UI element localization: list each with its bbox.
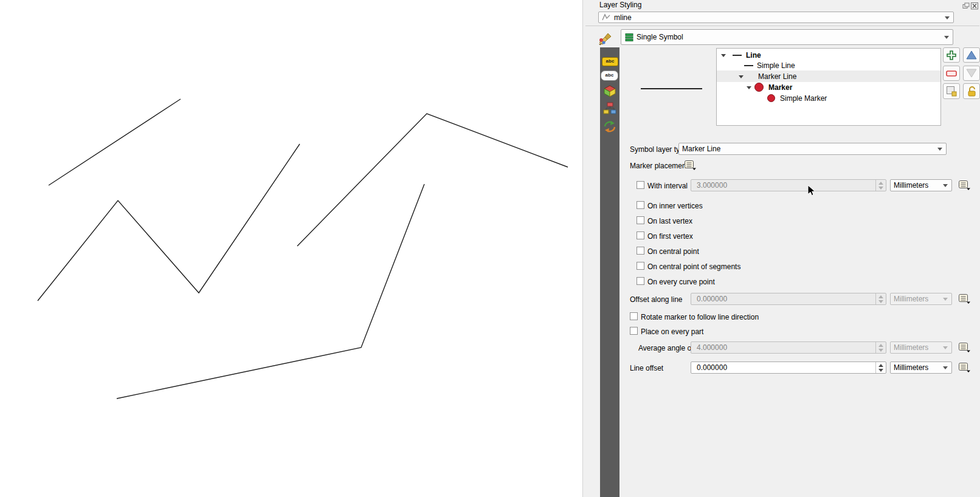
- lock-open-icon: [967, 86, 977, 97]
- map-line-feature: [117, 184, 424, 399]
- with-interval-checkbox[interactable]: [637, 181, 644, 189]
- interval-data-defined-icon[interactable]: [956, 180, 972, 191]
- offset-along-line-input[interactable]: 0.000000: [691, 293, 886, 305]
- rotate-marker-label: Rotate marker to follow line direction: [641, 313, 759, 321]
- on-inner-vertices-checkbox[interactable]: [637, 201, 644, 209]
- average-angle-data-defined-icon[interactable]: [956, 342, 972, 353]
- panel-title: Layer Styling: [599, 1, 641, 9]
- single-symbol-icon: [625, 33, 633, 41]
- on-inner-vertices-label: On inner vertices: [647, 202, 703, 210]
- chevron-down-icon: [943, 366, 948, 369]
- expander-icon[interactable]: [739, 75, 744, 78]
- mouse-cursor: [807, 185, 816, 199]
- marker-symbol-icon: [754, 83, 764, 92]
- minus-icon: [946, 70, 957, 77]
- plus-icon: [946, 50, 957, 61]
- undock-button[interactable]: [962, 1, 970, 9]
- renderer-name: Single Symbol: [633, 33, 683, 41]
- move-down-button[interactable]: [963, 66, 980, 81]
- symbol-preview: [641, 88, 702, 89]
- on-first-vertex-label: On first vertex: [647, 232, 693, 241]
- tree-row-line[interactable]: Line: [717, 50, 940, 61]
- labels-icon[interactable]: abc: [602, 54, 618, 66]
- spinner-buttons[interactable]: [875, 362, 886, 373]
- on-every-curve-point-checkbox[interactable]: [637, 277, 644, 285]
- chevron-down-icon: [944, 36, 949, 39]
- on-central-point-of-segments-label: On central point of segments: [647, 262, 740, 271]
- triangle-down-icon: [966, 69, 977, 78]
- expander-icon[interactable]: [721, 54, 726, 57]
- on-every-curve-point-label: On every curve point: [647, 278, 715, 286]
- spinner-buttons[interactable]: [875, 293, 886, 304]
- expander-icon[interactable]: [747, 86, 751, 89]
- chevron-down-icon: [943, 298, 948, 301]
- average-angle-over-input[interactable]: 4.000000: [691, 341, 886, 354]
- symbol-layer-tree: Line Simple Line Marker Line Marker Simp…: [716, 48, 941, 126]
- with-interval-label: With interval: [647, 182, 688, 190]
- remove-symbol-layer-button[interactable]: [943, 66, 960, 81]
- map-lines-svg: [0, 0, 582, 497]
- chevron-down-icon: [943, 346, 948, 349]
- tree-row-marker[interactable]: Marker: [717, 82, 940, 93]
- callouts-icon[interactable]: abc: [601, 68, 618, 81]
- layer-styling-panel: Layer Styling mline: [582, 0, 980, 497]
- tree-row-simple-line[interactable]: Simple Line: [717, 60, 940, 71]
- history-icon[interactable]: [603, 120, 616, 135]
- layer-selector[interactable]: mline: [598, 12, 954, 23]
- map-line-feature: [38, 144, 300, 301]
- qgis-window: { "window": { "title": "Layer Styling" }…: [0, 0, 980, 497]
- place-on-every-part-label: Place on every part: [641, 327, 703, 336]
- move-up-button[interactable]: [963, 47, 980, 63]
- map-line-feature: [49, 99, 181, 185]
- map-line-feature: [297, 114, 568, 246]
- offset-along-line-unit-select[interactable]: Millimeters: [890, 293, 952, 305]
- on-first-vertex-checkbox[interactable]: [637, 231, 644, 239]
- symbol-layer-type-select[interactable]: Marker Line: [678, 143, 947, 155]
- on-central-point-label: On central point: [647, 247, 699, 256]
- average-angle-unit-select[interactable]: Millimeters: [890, 341, 952, 354]
- duplicate-icon: [946, 86, 957, 97]
- spinner-buttons[interactable]: [875, 180, 886, 191]
- diagrams-icon[interactable]: [603, 102, 616, 117]
- line-offset-label: Line offset: [630, 364, 663, 372]
- map-canvas[interactable]: [0, 0, 582, 497]
- 3d-view-icon[interactable]: [603, 85, 616, 100]
- offset-data-defined-icon[interactable]: [956, 293, 972, 304]
- chevron-down-icon: [937, 148, 942, 151]
- line-offset-input[interactable]: 0.000000: [691, 362, 886, 374]
- offset-along-line-label: Offset along line: [630, 295, 683, 304]
- line-offset-data-defined-icon[interactable]: [956, 362, 972, 373]
- line-layer-icon: [601, 13, 611, 21]
- with-interval-unit-select[interactable]: Millimeters: [890, 179, 952, 191]
- on-last-vertex-label: On last vertex: [647, 217, 692, 225]
- with-interval-input[interactable]: 3.000000: [691, 179, 886, 191]
- on-central-point-of-segments-checkbox[interactable]: [637, 262, 644, 270]
- layer-name: mline: [611, 13, 632, 22]
- add-symbol-layer-button[interactable]: [943, 47, 960, 63]
- line-symbol-icon: [733, 55, 742, 56]
- close-icon[interactable]: [971, 1, 979, 9]
- tree-row-simple-marker[interactable]: Simple Marker: [717, 93, 940, 104]
- lock-color-button[interactable]: [963, 83, 980, 99]
- separator: [585, 26, 979, 26]
- line-offset-unit-select[interactable]: Millimeters: [890, 362, 952, 374]
- place-on-every-part-checkbox[interactable]: [630, 327, 638, 335]
- line-symbol-icon: [744, 65, 753, 66]
- placement-data-defined-icon[interactable]: [682, 160, 698, 171]
- on-central-point-checkbox[interactable]: [637, 247, 644, 255]
- symbology-paintbrush-icon[interactable]: [598, 31, 613, 48]
- chevron-down-icon: [945, 16, 950, 19]
- duplicate-symbol-layer-button[interactable]: [943, 83, 960, 99]
- rotate-marker-checkbox[interactable]: [630, 312, 638, 320]
- tree-row-marker-line[interactable]: Marker Line: [717, 70, 940, 82]
- marker-symbol-icon: [767, 94, 775, 102]
- renderer-selector[interactable]: Single Symbol: [621, 29, 953, 45]
- triangle-up-icon: [966, 50, 977, 60]
- marker-placement-label: Marker placement: [630, 162, 688, 170]
- on-last-vertex-checkbox[interactable]: [637, 216, 644, 224]
- chevron-down-icon: [943, 184, 948, 187]
- spinner-buttons[interactable]: [875, 342, 886, 353]
